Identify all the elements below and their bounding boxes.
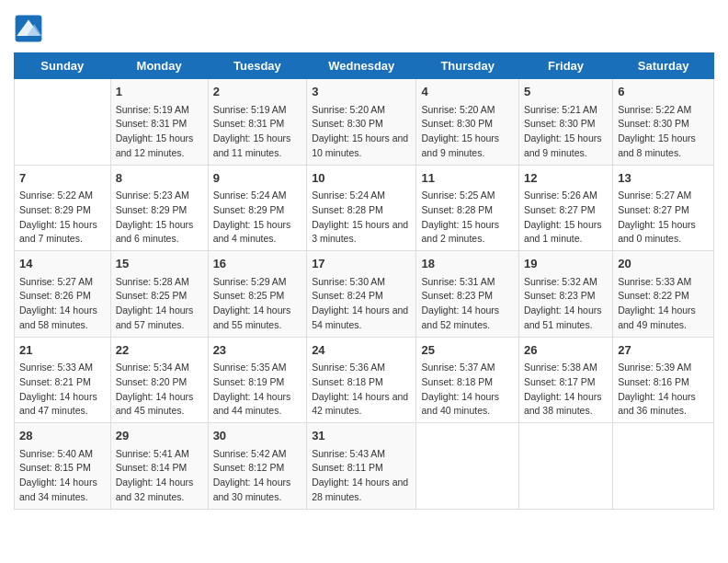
calendar-cell	[613, 423, 714, 510]
day-number: 28	[19, 427, 106, 445]
calendar-cell: 24Sunrise: 5:36 AMSunset: 8:18 PMDayligh…	[307, 337, 416, 423]
calendar-cell: 28Sunrise: 5:40 AMSunset: 8:15 PMDayligh…	[15, 423, 111, 510]
day-info: Sunrise: 5:28 AMSunset: 8:25 PMDaylight:…	[116, 275, 203, 333]
week-row-1: 1Sunrise: 5:19 AMSunset: 8:31 PMDaylight…	[15, 79, 714, 166]
day-info: Sunrise: 5:23 AMSunset: 8:29 PMDaylight:…	[116, 189, 203, 247]
calendar-cell: 20Sunrise: 5:33 AMSunset: 8:22 PMDayligh…	[613, 251, 714, 338]
calendar-cell: 25Sunrise: 5:37 AMSunset: 8:18 PMDayligh…	[416, 337, 518, 423]
day-number: 6	[618, 83, 709, 101]
header-day-tuesday: Tuesday	[208, 53, 307, 79]
calendar-cell: 21Sunrise: 5:33 AMSunset: 8:21 PMDayligh…	[15, 337, 111, 423]
calendar-table: SundayMondayTuesdayWednesdayThursdayFrid…	[14, 52, 714, 510]
calendar-cell: 6Sunrise: 5:22 AMSunset: 8:30 PMDaylight…	[613, 79, 714, 166]
header-day-sunday: Sunday	[15, 53, 111, 79]
day-number: 21	[19, 341, 106, 360]
day-info: Sunrise: 5:42 AMSunset: 8:12 PMDaylight:…	[213, 447, 302, 505]
day-info: Sunrise: 5:32 AMSunset: 8:23 PMDaylight:…	[524, 275, 608, 333]
calendar-cell: 22Sunrise: 5:34 AMSunset: 8:20 PMDayligh…	[110, 337, 208, 423]
day-info: Sunrise: 5:36 AMSunset: 8:18 PMDaylight:…	[312, 361, 411, 419]
calendar-cell	[416, 423, 518, 510]
day-info: Sunrise: 5:22 AMSunset: 8:29 PMDaylight:…	[19, 189, 106, 247]
calendar-cell: 12Sunrise: 5:26 AMSunset: 8:27 PMDayligh…	[518, 165, 612, 251]
day-info: Sunrise: 5:25 AMSunset: 8:28 PMDaylight:…	[421, 189, 513, 247]
day-number: 11	[421, 169, 513, 188]
calendar-cell: 18Sunrise: 5:31 AMSunset: 8:23 PMDayligh…	[416, 251, 518, 338]
day-info: Sunrise: 5:41 AMSunset: 8:14 PMDaylight:…	[116, 447, 203, 505]
calendar-body: 1Sunrise: 5:19 AMSunset: 8:31 PMDaylight…	[15, 79, 714, 510]
day-number: 16	[213, 255, 302, 273]
calendar-cell: 5Sunrise: 5:21 AMSunset: 8:30 PMDaylight…	[518, 79, 612, 166]
day-info: Sunrise: 5:26 AMSunset: 8:27 PMDaylight:…	[524, 189, 608, 247]
calendar-cell: 10Sunrise: 5:24 AMSunset: 8:28 PMDayligh…	[307, 165, 416, 251]
calendar-cell: 23Sunrise: 5:35 AMSunset: 8:19 PMDayligh…	[208, 337, 307, 423]
day-info: Sunrise: 5:24 AMSunset: 8:28 PMDaylight:…	[312, 189, 411, 247]
day-info: Sunrise: 5:27 AMSunset: 8:27 PMDaylight:…	[618, 189, 709, 247]
day-info: Sunrise: 5:37 AMSunset: 8:18 PMDaylight:…	[421, 361, 513, 419]
calendar-cell: 19Sunrise: 5:32 AMSunset: 8:23 PMDayligh…	[518, 251, 612, 338]
week-row-2: 7Sunrise: 5:22 AMSunset: 8:29 PMDaylight…	[15, 165, 714, 251]
day-number: 1	[116, 83, 203, 101]
calendar-cell: 14Sunrise: 5:27 AMSunset: 8:26 PMDayligh…	[15, 251, 111, 338]
calendar-cell: 27Sunrise: 5:39 AMSunset: 8:16 PMDayligh…	[613, 337, 714, 423]
calendar-cell	[518, 423, 612, 510]
day-info: Sunrise: 5:33 AMSunset: 8:21 PMDaylight:…	[19, 361, 106, 419]
header-day-wednesday: Wednesday	[307, 53, 416, 79]
calendar-cell: 15Sunrise: 5:28 AMSunset: 8:25 PMDayligh…	[110, 251, 208, 338]
header-day-saturday: Saturday	[613, 53, 714, 79]
day-number: 5	[524, 83, 608, 101]
calendar-cell: 8Sunrise: 5:23 AMSunset: 8:29 PMDaylight…	[110, 165, 208, 251]
day-info: Sunrise: 5:38 AMSunset: 8:17 PMDaylight:…	[524, 361, 608, 419]
day-number: 31	[312, 427, 411, 445]
day-number: 7	[19, 169, 106, 188]
day-info: Sunrise: 5:35 AMSunset: 8:19 PMDaylight:…	[213, 361, 302, 419]
calendar-cell: 31Sunrise: 5:43 AMSunset: 8:11 PMDayligh…	[307, 423, 416, 510]
calendar-cell: 13Sunrise: 5:27 AMSunset: 8:27 PMDayligh…	[613, 165, 714, 251]
week-row-3: 14Sunrise: 5:27 AMSunset: 8:26 PMDayligh…	[15, 251, 714, 338]
day-info: Sunrise: 5:22 AMSunset: 8:30 PMDaylight:…	[618, 103, 709, 161]
day-number: 25	[421, 341, 513, 360]
calendar-header: SundayMondayTuesdayWednesdayThursdayFrid…	[15, 53, 714, 79]
day-number: 15	[116, 255, 203, 273]
header-day-monday: Monday	[110, 53, 208, 79]
calendar-cell: 11Sunrise: 5:25 AMSunset: 8:28 PMDayligh…	[416, 165, 518, 251]
day-number: 12	[524, 169, 608, 188]
day-number: 30	[213, 427, 302, 445]
day-number: 29	[116, 427, 203, 445]
day-number: 19	[524, 255, 608, 273]
day-number: 22	[116, 341, 203, 360]
day-number: 18	[421, 255, 513, 273]
calendar-cell: 26Sunrise: 5:38 AMSunset: 8:17 PMDayligh…	[518, 337, 612, 423]
calendar-cell: 3Sunrise: 5:20 AMSunset: 8:30 PMDaylight…	[307, 79, 416, 166]
day-info: Sunrise: 5:33 AMSunset: 8:22 PMDaylight:…	[618, 275, 709, 333]
day-number: 14	[19, 255, 106, 273]
day-number: 3	[312, 83, 411, 101]
day-number: 10	[312, 169, 411, 188]
day-info: Sunrise: 5:40 AMSunset: 8:15 PMDaylight:…	[19, 447, 106, 505]
header-day-friday: Friday	[518, 53, 612, 79]
day-info: Sunrise: 5:30 AMSunset: 8:24 PMDaylight:…	[312, 275, 411, 333]
calendar-cell: 17Sunrise: 5:30 AMSunset: 8:24 PMDayligh…	[307, 251, 416, 338]
day-info: Sunrise: 5:39 AMSunset: 8:16 PMDaylight:…	[618, 361, 709, 419]
day-info: Sunrise: 5:21 AMSunset: 8:30 PMDaylight:…	[524, 103, 608, 161]
day-info: Sunrise: 5:20 AMSunset: 8:30 PMDaylight:…	[312, 103, 411, 161]
day-number: 8	[116, 169, 203, 188]
week-row-4: 21Sunrise: 5:33 AMSunset: 8:21 PMDayligh…	[15, 337, 714, 423]
day-info: Sunrise: 5:19 AMSunset: 8:31 PMDaylight:…	[116, 103, 203, 161]
week-row-5: 28Sunrise: 5:40 AMSunset: 8:15 PMDayligh…	[15, 423, 714, 510]
logo-icon	[14, 14, 43, 43]
day-number: 26	[524, 341, 608, 360]
day-number: 27	[618, 341, 709, 360]
calendar-cell: 7Sunrise: 5:22 AMSunset: 8:29 PMDaylight…	[15, 165, 111, 251]
day-number: 13	[618, 169, 709, 188]
calendar-cell: 29Sunrise: 5:41 AMSunset: 8:14 PMDayligh…	[110, 423, 208, 510]
day-info: Sunrise: 5:31 AMSunset: 8:23 PMDaylight:…	[421, 275, 513, 333]
calendar-cell: 1Sunrise: 5:19 AMSunset: 8:31 PMDaylight…	[110, 79, 208, 166]
day-info: Sunrise: 5:29 AMSunset: 8:25 PMDaylight:…	[213, 275, 302, 333]
calendar-cell	[15, 79, 111, 166]
day-info: Sunrise: 5:34 AMSunset: 8:20 PMDaylight:…	[116, 361, 203, 419]
day-number: 24	[312, 341, 411, 360]
header-day-thursday: Thursday	[416, 53, 518, 79]
day-info: Sunrise: 5:20 AMSunset: 8:30 PMDaylight:…	[421, 103, 513, 161]
header-row: SundayMondayTuesdayWednesdayThursdayFrid…	[15, 53, 714, 79]
day-number: 20	[618, 255, 709, 273]
